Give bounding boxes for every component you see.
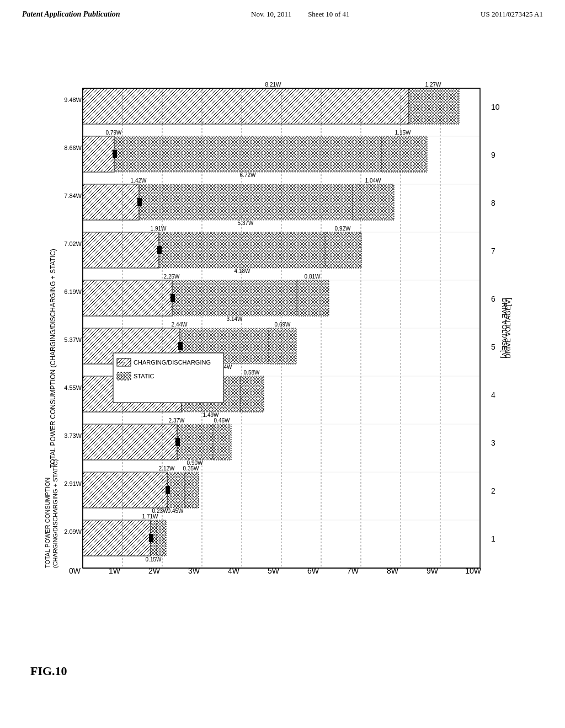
svg-text:1: 1 — [491, 534, 495, 543]
svg-text:2.37W: 2.37W — [169, 417, 185, 424]
svg-text:0.46W: 0.46W — [214, 417, 230, 424]
svg-rect-54 — [213, 424, 231, 460]
svg-text:2: 2 — [491, 486, 495, 495]
svg-text:9.48W: 9.48W — [64, 97, 82, 103]
svg-text:3.73W: 3.73W — [64, 432, 82, 439]
svg-text:0.23W: 0.23W — [152, 508, 168, 514]
svg-text:10: 10 — [491, 103, 500, 111]
svg-rect-101 — [83, 184, 139, 220]
svg-text:0.90W: 0.90W — [187, 460, 203, 466]
svg-rect-103 — [139, 184, 353, 220]
svg-text:8.21W: 8.21W — [265, 82, 281, 88]
svg-text:7.84W: 7.84W — [64, 192, 82, 199]
svg-text:TOTAL POWER CONSUMPTION: TOTAL POWER CONSUMPTION — [44, 478, 51, 568]
svg-rect-121 — [83, 88, 409, 124]
svg-rect-111 — [83, 136, 114, 172]
header-center: Nov. 10, 2011 Sheet 10 of 41 — [251, 10, 350, 19]
svg-text:6: 6 — [491, 295, 495, 303]
svg-rect-53 — [177, 424, 213, 460]
svg-rect-94 — [325, 232, 361, 268]
svg-rect-34 — [157, 520, 166, 556]
svg-rect-43 — [167, 472, 185, 508]
svg-text:0.45W: 0.45W — [168, 508, 184, 514]
bar-group-3: 3.73W 2.37W 0.90W 0.46W 3 — [64, 417, 495, 466]
svg-text:4.55W: 4.55W — [64, 384, 82, 391]
svg-text:3: 3 — [491, 438, 495, 447]
page-header: Patent Application Publication Nov. 10, … — [0, 0, 565, 23]
svg-rect-91 — [83, 232, 159, 268]
bar-group-7: 7.02W 1.91W 4.18W 0.92W 7 — [64, 226, 495, 274]
svg-text:6.72W: 6.72W — [240, 172, 256, 178]
bar-group-1: 2.09W 1.71W 0.15W 0.23W 1 — [64, 508, 495, 563]
svg-text:1.71W: 1.71W — [142, 513, 158, 520]
svg-text:0.79W: 0.79W — [106, 130, 122, 136]
svg-text:DRIVE VOLTAGE[V]: DRIVE VOLTAGE[V] — [500, 298, 508, 358]
svg-rect-84 — [297, 280, 329, 316]
svg-rect-104 — [353, 184, 394, 220]
svg-text:5.37W: 5.37W — [64, 336, 82, 343]
svg-text:2.25W: 2.25W — [164, 274, 180, 280]
svg-rect-83 — [172, 280, 297, 316]
svg-rect-41 — [83, 472, 167, 508]
svg-rect-74 — [269, 328, 296, 364]
svg-rect-81 — [83, 280, 172, 316]
bar-group-9: 8.66W 0.79W 6.72W 1.15W 9 — [64, 130, 495, 178]
svg-text:8.66W: 8.66W — [64, 144, 82, 151]
svg-rect-31 — [83, 520, 151, 556]
svg-text:1.04W: 1.04W — [365, 178, 381, 184]
svg-text:1.49W: 1.49W — [203, 412, 219, 418]
svg-rect-64 — [241, 376, 264, 412]
svg-text:1.42W: 1.42W — [131, 178, 147, 184]
figure-label: FIG.10 — [30, 664, 67, 678]
svg-rect-122 — [409, 88, 459, 124]
svg-text:0.15W: 0.15W — [146, 556, 162, 563]
svg-text:2.12W: 2.12W — [159, 465, 175, 472]
svg-rect-44 — [185, 472, 199, 508]
svg-text:5: 5 — [491, 342, 495, 351]
svg-rect-113 — [114, 136, 381, 172]
svg-rect-114 — [381, 136, 427, 172]
bar-group-6: 6.19W 2.25W 3.14W 0.81W 6 — [64, 274, 495, 322]
svg-text:2.44W: 2.44W — [172, 322, 188, 328]
svg-text:8: 8 — [491, 199, 495, 207]
svg-text:2.09W: 2.09W — [64, 528, 82, 535]
publication-label: Patent Application Publication — [22, 10, 120, 19]
svg-text:4: 4 — [491, 390, 495, 399]
svg-text:1.91W: 1.91W — [151, 226, 167, 232]
patent-number: US 2011/0273425 A1 — [481, 10, 543, 19]
svg-rect-33 — [151, 520, 157, 556]
svg-text:2.91W: 2.91W — [64, 480, 82, 487]
chart-svg: 0W 1W 2W 3W 4W 5W 6W 7W 8W 9W 10W TOTAL … — [28, 66, 524, 645]
svg-text:7: 7 — [491, 247, 495, 255]
svg-text:(CHARGING/DISCHARGING + STATIC: (CHARGING/DISCHARGING + STATIC) — [52, 459, 58, 568]
svg-text:6.19W: 6.19W — [64, 288, 82, 295]
svg-text:4.18W: 4.18W — [234, 268, 250, 274]
svg-text:CHARGING/DISCHARGING: CHARGING/DISCHARGING — [134, 359, 211, 366]
svg-text:0.35W: 0.35W — [183, 465, 199, 472]
svg-text:0.81W: 0.81W — [305, 274, 321, 280]
svg-text:9: 9 — [491, 151, 495, 159]
bar-group-8: 7.84W 1.42W 5.37W 1.04W 8 — [64, 178, 495, 226]
svg-text:STATIC: STATIC — [134, 373, 154, 379]
svg-text:0.92W: 0.92W — [335, 226, 351, 232]
svg-text:0.58W: 0.58W — [244, 370, 260, 376]
svg-text:3.14W: 3.14W — [227, 316, 243, 322]
pub-date: Nov. 10, 2011 — [251, 10, 291, 19]
svg-text:0.69W: 0.69W — [275, 322, 291, 328]
svg-text:1.27W: 1.27W — [425, 82, 441, 88]
sheet-info: Sheet 10 of 41 — [308, 10, 349, 19]
svg-text:0W: 0W — [69, 566, 81, 575]
bar-group-2: 2.91W 2.12W 0.45W 0.35W 2 — [64, 465, 495, 514]
svg-text:5.37W: 5.37W — [238, 220, 254, 226]
svg-rect-93 — [159, 232, 325, 268]
svg-text:1.15W: 1.15W — [395, 130, 411, 136]
svg-text:TOTAL POWER CONSUMPTION (CHARG: TOTAL POWER CONSUMPTION (CHARGING/DISCHA… — [49, 249, 57, 468]
svg-text:7.02W: 7.02W — [64, 240, 82, 247]
svg-rect-51 — [83, 424, 177, 460]
